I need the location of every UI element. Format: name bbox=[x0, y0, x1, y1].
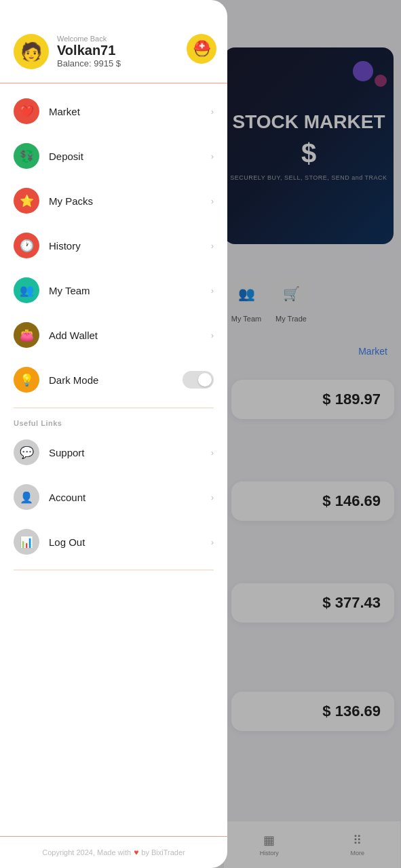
account-chevron: › bbox=[211, 492, 214, 502]
logout-icon: 📊 bbox=[14, 529, 39, 555]
menu-item-my-team[interactable]: 👥 My Team › bbox=[0, 268, 227, 313]
my-packs-icon: ⭐ bbox=[14, 188, 39, 214]
my-team-menu-label: My Team bbox=[49, 285, 211, 296]
add-wallet-label: Add Wallet bbox=[49, 330, 211, 341]
menu-item-account[interactable]: 👤 Account › bbox=[0, 475, 227, 519]
dark-mode-icon: 💡 bbox=[14, 367, 39, 393]
account-label: Account bbox=[49, 492, 211, 503]
menu-item-deposit[interactable]: 💱 Deposit › bbox=[0, 134, 227, 178]
my-packs-label: My Packs bbox=[49, 195, 211, 207]
market-icon: ❤️ bbox=[14, 98, 39, 124]
logout-label: Log Out bbox=[49, 536, 211, 548]
toggle-knob bbox=[198, 373, 212, 387]
dark-mode-label: Dark Mode bbox=[49, 374, 183, 386]
menu-item-history[interactable]: 🕐 History › bbox=[0, 223, 227, 268]
my-team-chevron: › bbox=[211, 285, 214, 296]
sidebar-header: 🧑 Welcome Back Volkan71 Balance: 9915 $ … bbox=[0, 0, 227, 83]
support-icon: 💬 bbox=[14, 439, 39, 465]
history-chevron: › bbox=[211, 241, 214, 251]
footer-suffix: by BixiTrader bbox=[141, 848, 185, 856]
dark-mode-toggle[interactable] bbox=[183, 371, 214, 389]
useful-links-header: Useful Links bbox=[0, 414, 227, 430]
market-chevron: › bbox=[211, 106, 214, 117]
sidebar-drawer: 🧑 Welcome Back Volkan71 Balance: 9915 $ … bbox=[0, 0, 227, 868]
avatar-right: ⛑️ bbox=[187, 34, 216, 64]
logout-chevron: › bbox=[211, 537, 214, 547]
menu-item-market[interactable]: ❤️ Market › bbox=[0, 89, 227, 134]
welcome-text: Welcome Back bbox=[57, 35, 121, 43]
menu-divider bbox=[14, 408, 214, 408]
menu-section: ❤️ Market › 💱 Deposit › ⭐ My Packs › 🕐 H… bbox=[0, 83, 227, 836]
history-icon: 🕐 bbox=[14, 233, 39, 258]
balance-text: Balance: 9915 $ bbox=[57, 58, 121, 68]
account-icon: 👤 bbox=[14, 484, 39, 510]
add-wallet-icon: 👛 bbox=[14, 322, 39, 348]
menu-item-add-wallet[interactable]: 👛 Add Wallet › bbox=[0, 313, 227, 357]
avatar: 🧑 bbox=[14, 34, 49, 69]
add-wallet-chevron: › bbox=[211, 330, 214, 340]
support-chevron: › bbox=[211, 448, 214, 458]
sidebar-footer: Copyright 2024, Made with ♥ by BixiTrade… bbox=[0, 836, 227, 868]
heart-icon: ♥ bbox=[134, 848, 138, 857]
my-team-menu-icon: 👥 bbox=[14, 277, 39, 303]
deposit-icon: 💱 bbox=[14, 143, 39, 169]
header-text: Welcome Back Volkan71 Balance: 9915 $ bbox=[57, 35, 121, 68]
history-label: History bbox=[49, 240, 211, 252]
menu-item-logout[interactable]: 📊 Log Out › bbox=[0, 519, 227, 564]
menu-divider-2 bbox=[14, 570, 214, 570]
deposit-label: Deposit bbox=[49, 151, 211, 162]
copyright-text: Copyright 2024, Made with bbox=[42, 848, 131, 856]
market-label: Market bbox=[49, 106, 211, 117]
menu-item-my-packs[interactable]: ⭐ My Packs › bbox=[0, 178, 227, 223]
support-label: Support bbox=[49, 447, 211, 458]
footer-copyright: Copyright 2024, Made with ♥ by BixiTrade… bbox=[14, 848, 214, 857]
my-packs-chevron: › bbox=[211, 196, 214, 206]
username-text: Volkan71 bbox=[57, 43, 121, 58]
menu-item-dark-mode[interactable]: 💡 Dark Mode bbox=[0, 357, 227, 402]
menu-item-support[interactable]: 💬 Support › bbox=[0, 430, 227, 475]
deposit-chevron: › bbox=[211, 151, 214, 161]
